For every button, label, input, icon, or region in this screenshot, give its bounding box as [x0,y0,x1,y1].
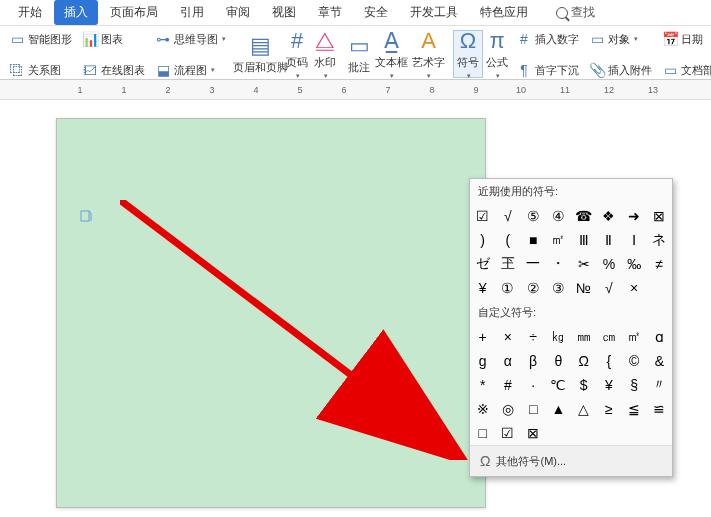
wordart-button[interactable]: A艺术字▾ [410,30,447,78]
symbol-cell[interactable]: g [470,349,495,373]
headerfooter-button[interactable]: ▤页眉和页脚 [237,30,283,78]
symbol-cell[interactable]: ☑ [470,204,495,228]
symbol-cell[interactable]: § [622,373,647,397]
symbol-cell[interactable]: ▲ [546,397,571,421]
tab-special[interactable]: 特色应用 [470,0,538,25]
symbol-cell[interactable]: ① [495,276,520,300]
symbol-cell[interactable]: & [647,349,672,373]
symbol-cell[interactable]: © [622,349,647,373]
insertnum-button[interactable]: #插入数字 [514,30,581,48]
symbol-cell[interactable]: ❖ [596,204,621,228]
symbol-cell[interactable]: ② [521,276,546,300]
symbol-cell[interactable]: ¥ [470,276,495,300]
symbol-cell[interactable]: ➜ [622,204,647,228]
mindmap-button[interactable]: ⊶思维导图▾ [153,30,228,48]
symbol-cell[interactable]: № [571,276,596,300]
symbol-cell[interactable]: Ⅰ [622,228,647,252]
symbol-cell[interactable]: + [470,325,495,349]
formula-button[interactable]: π公式▾ [483,30,511,78]
smartshape-button[interactable]: ▭智能图形 [7,30,74,48]
symbol-cell[interactable]: □ [470,421,495,445]
symbol-cell[interactable]: ¥ [596,373,621,397]
symbol-cell[interactable]: ◎ [495,397,520,421]
symbol-cell[interactable]: ) [470,228,495,252]
symbol-cell[interactable]: ・ [546,252,571,276]
chart-button[interactable]: 📊图表 [80,30,147,48]
symbol-cell[interactable]: θ [546,349,571,373]
watermark-button[interactable]: ⧋水印▾ [311,30,339,78]
symbol-cell[interactable]: △ [571,397,596,421]
onlinechart-button[interactable]: 🗠在线图表 [80,61,147,79]
symbol-cell[interactable]: ☎ [571,204,596,228]
date-button[interactable]: 📅日期 [660,30,711,48]
textbox-button[interactable]: A̲文本框▾ [373,30,410,78]
symbol-cell[interactable]: Ⅲ [571,228,596,252]
symbol-cell[interactable]: % [596,252,621,276]
symbol-cell[interactable]: ※ [470,397,495,421]
symbol-cell[interactable]: ㎜ [571,325,596,349]
symbol-cell[interactable]: ⊠ [647,204,672,228]
symbol-cell[interactable]: □ [521,397,546,421]
tab-layout[interactable]: 页面布局 [100,0,168,25]
symbol-cell[interactable]: ⑤ [521,204,546,228]
relation-button[interactable]: ⿻关系图 [7,61,74,79]
tab-start[interactable]: 开始 [8,0,52,25]
search-command[interactable]: 查找 [546,0,605,25]
tab-references[interactable]: 引用 [170,0,214,25]
symbol-cell[interactable]: Ⅱ [596,228,621,252]
symbol-cell[interactable]: ゼ [470,252,495,276]
tab-devtools[interactable]: 开发工具 [400,0,468,25]
tab-review[interactable]: 审阅 [216,0,260,25]
symbol-cell[interactable]: ㎡ [546,228,571,252]
symbol-cell[interactable]: ÷ [521,325,546,349]
comment-button[interactable]: ▭批注 [345,30,373,78]
symbol-cell[interactable]: ㎏ [546,325,571,349]
tab-security[interactable]: 安全 [354,0,398,25]
docparts-button[interactable]: ▭文档部 [660,61,711,79]
document-page[interactable] [56,118,486,508]
symbol-cell[interactable]: ✂ [571,252,596,276]
workspace: 近期使用的符号: ☑√⑤④☎❖➜⊠)(■㎡ⅢⅡⅠネゼ玊一・✂%‰≠¥①②③№√×… [0,100,711,517]
symbol-cell[interactable]: ☑ [495,421,520,445]
symbol-cell[interactable]: ℃ [546,373,571,397]
symbol-cell[interactable]: ( [495,228,520,252]
tab-view[interactable]: 视图 [262,0,306,25]
symbol-cell[interactable]: ③ [546,276,571,300]
symbol-cell[interactable]: ≦ [622,397,647,421]
symbol-cell[interactable]: √ [596,276,621,300]
symbol-cell[interactable]: 玊 [495,252,520,276]
more-symbols-button[interactable]: Ω 其他符号(M)... [470,445,672,476]
symbol-cell[interactable]: β [521,349,546,373]
symbol-cell[interactable]: ㎝ [596,325,621,349]
symbol-cell[interactable]: × [622,276,647,300]
symbol-cell[interactable]: ≠ [647,252,672,276]
symbol-cell[interactable]: α [495,349,520,373]
symbol-cell[interactable]: ネ [647,228,672,252]
symbol-cell[interactable]: ≌ [647,397,672,421]
symbol-cell[interactable]: 一 [521,252,546,276]
symbol-cell[interactable]: 〃 [647,373,672,397]
symbol-cell[interactable]: * [470,373,495,397]
symbol-cell[interactable]: # [495,373,520,397]
symbol-cell[interactable]: √ [495,204,520,228]
symbol-button[interactable]: Ω符号▾ [453,30,483,78]
symbol-cell[interactable]: ㎡ [622,325,647,349]
object-button[interactable]: ▭对象▾ [587,30,654,48]
dropcap-button[interactable]: ¶首字下沉 [514,61,581,79]
symbol-cell[interactable]: × [495,325,520,349]
symbol-cell[interactable]: ‰ [622,252,647,276]
tab-chapters[interactable]: 章节 [308,0,352,25]
symbol-cell[interactable]: ɑ [647,325,672,349]
symbol-cell[interactable]: { [596,349,621,373]
symbol-cell[interactable]: $ [571,373,596,397]
symbol-cell[interactable]: ⊠ [521,421,546,445]
attachment-button[interactable]: 📎插入附件 [587,61,654,79]
pagenum-button[interactable]: #页码▾ [283,30,311,78]
symbol-cell[interactable]: · [521,373,546,397]
tab-insert[interactable]: 插入 [54,0,98,25]
symbol-cell[interactable]: Ω [571,349,596,373]
flowchart-button[interactable]: ⬓流程图▾ [153,61,228,79]
symbol-cell[interactable]: ④ [546,204,571,228]
symbol-cell[interactable]: ≥ [596,397,621,421]
symbol-cell[interactable]: ■ [521,228,546,252]
